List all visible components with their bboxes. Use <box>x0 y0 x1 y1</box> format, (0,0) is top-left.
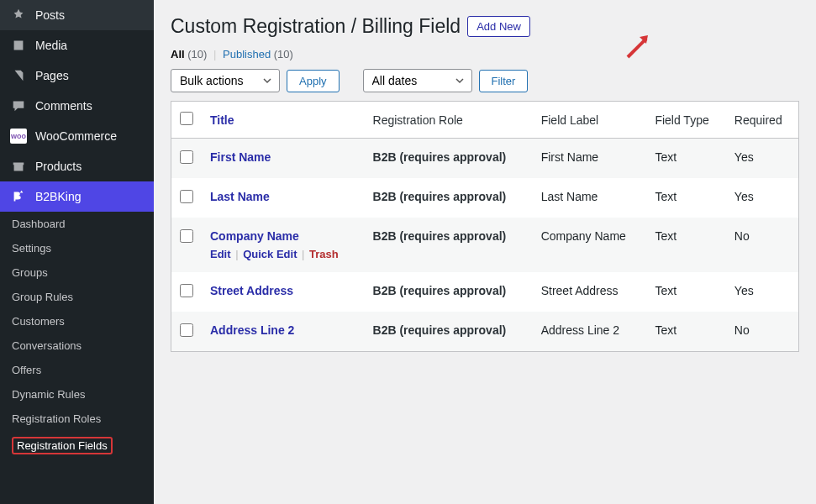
menu-products[interactable]: Products <box>0 151 154 181</box>
row-type: Text <box>646 272 725 312</box>
row-checkbox[interactable] <box>180 323 193 337</box>
submenu-dashboard[interactable]: Dashboard <box>0 212 154 236</box>
row-required: No <box>726 312 799 352</box>
submenu-group-rules[interactable]: Group Rules <box>0 285 154 309</box>
submenu-conversations[interactable]: Conversations <box>0 333 154 358</box>
edit-link[interactable]: Edit <box>210 248 231 260</box>
filter-all[interactable]: All (10) <box>171 48 207 60</box>
row-label: First Name <box>533 139 647 179</box>
row-role: B2B (requires approval) <box>373 229 507 243</box>
row-type: Text <box>646 178 725 218</box>
date-filter-select[interactable]: All dates <box>363 69 472 92</box>
menu-label: Comments <box>35 99 92 113</box>
row-checkbox[interactable] <box>180 229 193 243</box>
menu-label: B2BKing <box>35 190 81 203</box>
main-content: Custom Registration / Billing Field Add … <box>154 0 816 504</box>
role-col: Registration Role <box>365 102 533 139</box>
row-actions: Edit | Quick Edit | Trash <box>210 248 356 260</box>
row-label: Address Line 2 <box>533 312 647 352</box>
table-row: Address Line 2B2B (requires approval)Add… <box>171 312 799 352</box>
pages-icon <box>10 67 27 84</box>
bulk-actions-select[interactable]: Bulk actions <box>171 69 280 92</box>
submenu-settings[interactable]: Settings <box>0 236 154 260</box>
filter-button[interactable]: Filter <box>479 70 529 92</box>
trash-link[interactable]: Trash <box>309 248 339 260</box>
row-type: Text <box>646 139 725 179</box>
fields-table: Title Registration Role Field Label Fiel… <box>171 101 799 352</box>
table-row: Street AddressB2B (requires approval)Str… <box>171 272 799 312</box>
admin-sidebar: Posts Media Pages Comments woo WooCommer… <box>0 0 154 504</box>
comment-icon <box>10 97 27 114</box>
menu-posts[interactable]: Posts <box>0 0 154 30</box>
row-label: Company Name <box>533 218 647 272</box>
table-row: Company NameEdit | Quick Edit | TrashB2B… <box>171 218 799 272</box>
pin-icon <box>10 7 27 24</box>
row-title-link[interactable]: Last Name <box>210 190 270 203</box>
table-row: First NameB2B (requires approval)First N… <box>171 139 799 179</box>
add-new-button[interactable]: Add New <box>467 16 530 37</box>
row-type: Text <box>646 312 725 352</box>
row-required: No <box>726 218 799 272</box>
page-title: Custom Registration / Billing Field <box>171 15 461 38</box>
submenu-label: Registration Fields <box>12 437 113 454</box>
row-title-link[interactable]: Address Line 2 <box>210 323 294 337</box>
menu-label: Media <box>35 39 67 52</box>
submenu-registration-roles[interactable]: Registration Roles <box>0 407 154 431</box>
submenu-offers[interactable]: Offers <box>0 358 154 382</box>
menu-comments[interactable]: Comments <box>0 91 154 121</box>
row-label: Street Address <box>533 272 647 312</box>
row-checkbox[interactable] <box>180 190 193 203</box>
row-role: B2B (requires approval) <box>373 284 507 297</box>
row-required: Yes <box>726 272 799 312</box>
label-col: Field Label <box>533 102 647 139</box>
menu-b2bking[interactable]: B2BKing <box>0 181 154 212</box>
type-col: Field Type <box>646 102 725 139</box>
row-checkbox[interactable] <box>180 284 193 297</box>
woo-icon: woo <box>10 128 27 144</box>
row-checkbox[interactable] <box>180 150 193 164</box>
menu-label: Products <box>35 160 82 173</box>
row-label: Last Name <box>533 178 647 218</box>
menu-label: Posts <box>35 8 65 22</box>
page-header: Custom Registration / Billing Field Add … <box>171 15 799 38</box>
apply-button[interactable]: Apply <box>287 70 340 92</box>
submenu-customers[interactable]: Customers <box>0 309 154 333</box>
table-controls: Bulk actions Apply All dates Filter <box>171 69 799 92</box>
title-col[interactable]: Title <box>202 102 365 139</box>
menu-label: WooCommerce <box>35 129 117 143</box>
required-col: Required <box>726 102 799 139</box>
submenu-dynamic-rules[interactable]: Dynamic Rules <box>0 382 154 407</box>
select-all-checkbox[interactable] <box>180 112 193 125</box>
row-role: B2B (requires approval) <box>373 323 507 337</box>
row-required: Yes <box>726 178 799 218</box>
select-all-col <box>171 102 203 139</box>
menu-media[interactable]: Media <box>0 30 154 60</box>
menu-label: Pages <box>35 69 69 82</box>
archive-icon <box>10 158 27 175</box>
quick-edit-link[interactable]: Quick Edit <box>243 248 297 260</box>
filter-published[interactable]: Published (10) <box>223 48 293 60</box>
row-title-link[interactable]: Street Address <box>210 284 293 297</box>
row-required: Yes <box>726 139 799 179</box>
submenu-registration-fields[interactable]: Registration Fields <box>0 431 154 460</box>
menu-pages[interactable]: Pages <box>0 60 154 91</box>
row-role: B2B (requires approval) <box>373 190 507 203</box>
table-row: Last NameB2B (requires approval)Last Nam… <box>171 178 799 218</box>
submenu-groups[interactable]: Groups <box>0 260 154 285</box>
row-role: B2B (requires approval) <box>373 150 507 164</box>
row-title-link[interactable]: First Name <box>210 150 271 164</box>
menu-woocommerce[interactable]: woo WooCommerce <box>0 121 154 151</box>
view-filters: All (10) | Published (10) <box>171 48 799 60</box>
b2bking-icon <box>10 188 27 205</box>
media-icon <box>10 37 27 54</box>
row-title-link[interactable]: Company Name <box>210 229 299 243</box>
row-type: Text <box>646 218 725 272</box>
